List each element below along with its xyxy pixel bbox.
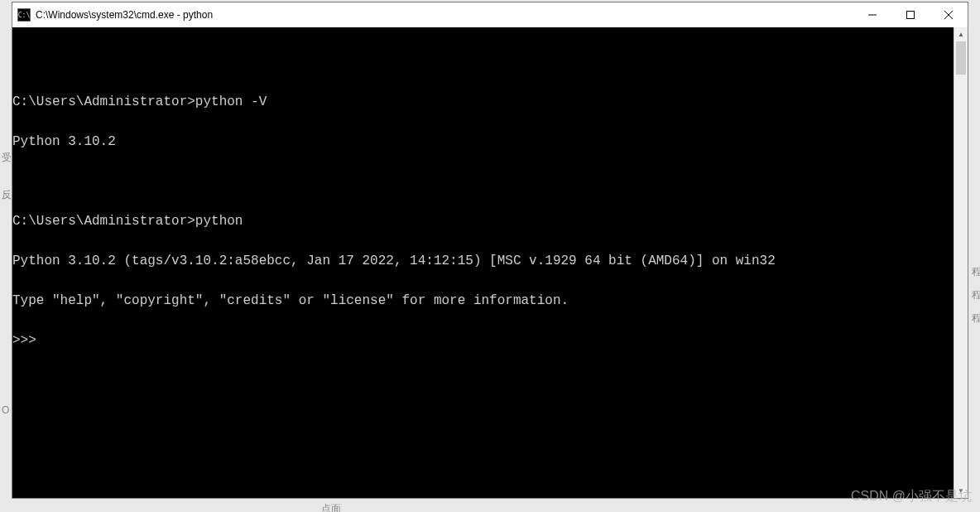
scroll-thumb[interactable] xyxy=(956,41,966,75)
cmd-icon: C:\ xyxy=(17,8,31,22)
minimize-button[interactable] xyxy=(853,2,891,27)
window-controls xyxy=(853,2,968,27)
vertical-scrollbar[interactable]: ▲ ▼ xyxy=(954,27,968,498)
bg-hint: 点面 xyxy=(321,502,341,512)
terminal-line xyxy=(12,56,954,69)
close-button[interactable] xyxy=(930,2,968,27)
bg-hint: 程 xyxy=(972,288,980,302)
scroll-up-arrow-icon[interactable]: ▲ xyxy=(954,27,968,41)
bg-hint: 程 xyxy=(972,265,980,279)
client-area: C:\Users\Administrator>python -V Python … xyxy=(12,27,968,498)
terminal-line: Python 3.10.2 (tags/v3.10.2:a58ebcc, Jan… xyxy=(12,254,954,268)
cmd-window: C:\ C:\Windows\system32\cmd.exe - python… xyxy=(12,2,968,499)
scroll-down-arrow-icon[interactable]: ▼ xyxy=(954,484,968,498)
bg-hint: 程 xyxy=(972,312,980,326)
terminal-line xyxy=(12,175,954,188)
terminal-line: Python 3.10.2 xyxy=(12,135,954,148)
window-title: C:\Windows\system32\cmd.exe - python xyxy=(36,9,853,21)
bg-hint: 反 xyxy=(2,188,12,202)
terminal-line: C:\Users\Administrator>python xyxy=(12,215,954,228)
bg-hint: O xyxy=(2,404,9,416)
titlebar[interactable]: C:\ C:\Windows\system32\cmd.exe - python xyxy=(12,2,968,27)
close-icon xyxy=(944,11,953,19)
terminal-line: Type "help", "copyright", "credits" or "… xyxy=(12,294,954,307)
bg-hint: 受 xyxy=(2,151,12,165)
terminal-line: C:\Users\Administrator>python -V xyxy=(12,95,954,109)
minimize-icon xyxy=(868,11,877,19)
svg-rect-1 xyxy=(907,12,915,19)
terminal[interactable]: C:\Users\Administrator>python -V Python … xyxy=(12,27,954,498)
maximize-icon xyxy=(906,11,915,19)
maximize-button[interactable] xyxy=(891,2,930,27)
terminal-line: >>> xyxy=(12,334,954,347)
scroll-track[interactable] xyxy=(954,41,968,484)
